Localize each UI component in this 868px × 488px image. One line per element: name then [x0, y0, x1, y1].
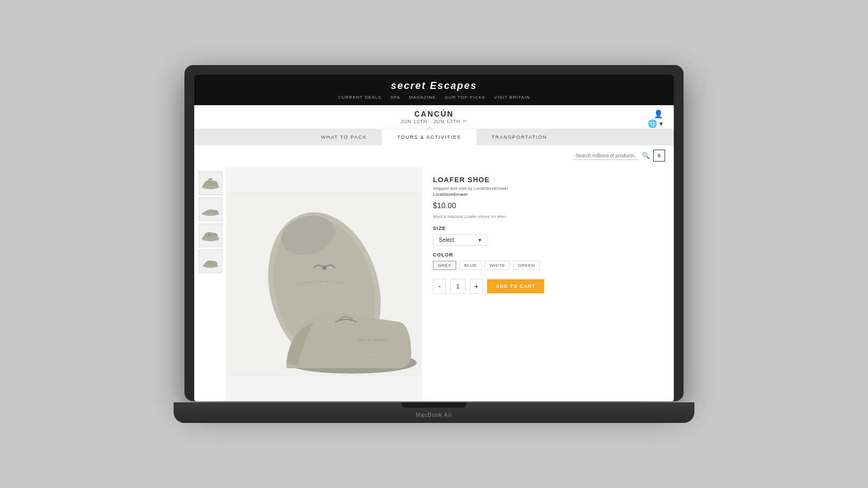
color-btn-grey[interactable]: GREY	[433, 261, 456, 270]
destination-dates: JUN 10TH - JUN 13TH ✏	[400, 118, 468, 124]
laptop-notch	[401, 402, 467, 408]
thumbnail-3[interactable]	[199, 223, 222, 247]
tab-what-to-pack[interactable]: WHAT TO PACK	[305, 129, 382, 145]
size-select-value: Select	[439, 237, 454, 243]
size-label: SIZE	[433, 226, 563, 231]
color-btn-white[interactable]: WHITE	[485, 261, 510, 270]
size-chevron-icon: ▾	[478, 237, 481, 243]
product-title: LOAFER SHOE	[433, 176, 563, 184]
nav-link-spa[interactable]: SPA	[390, 95, 400, 100]
product-seller-link[interactable]: LocalStoreEmadri	[433, 192, 563, 197]
top-navigation: secret Escapes CURRENT DEALS SPA MAGAZIN…	[194, 75, 674, 105]
product-details: LOAFER SHOE Shipped and sold by LocalSto…	[422, 167, 574, 401]
user-icons: 👤 🌐 ▾	[648, 110, 663, 128]
svg-text:Mast & Harbour: Mast & Harbour	[357, 337, 387, 342]
thumbnail-2[interactable]	[199, 197, 222, 221]
product-layout: Mast & Harbour LOAFER SHOE Shipped and s…	[194, 167, 674, 401]
thumb-shoe-svg-1	[201, 176, 220, 191]
thumbnail-1[interactable]	[199, 171, 222, 195]
site-logo[interactable]: secret Escapes	[391, 80, 477, 92]
nav-link-top-picks[interactable]: OUR TOP PICKS	[445, 95, 486, 100]
thumb-shoe-svg-2	[201, 202, 220, 217]
product-seller-prefix: Shipped and sold by LocalStoreEmadri	[433, 186, 563, 191]
tab-transportation[interactable]: TRANSPORTATION	[476, 129, 563, 145]
currency-selector-icon[interactable]: 🌐 ▾	[648, 119, 663, 128]
thumbnail-4[interactable]	[199, 249, 222, 273]
thumb-shoe-svg-4	[201, 254, 220, 269]
tab-navigation: WHAT TO PACK TOURS & ACTIVITIES TRANSPOR…	[194, 129, 674, 145]
search-input[interactable]	[573, 152, 639, 160]
color-label: COLOR	[433, 252, 563, 258]
quantity-decrease-button[interactable]: -	[433, 279, 446, 294]
thumb-shoe-svg-3	[201, 228, 220, 243]
quantity-increase-button[interactable]: +	[470, 279, 483, 294]
thumbnail-strip	[194, 167, 227, 401]
main-product-svg: Mast & Harbour	[227, 192, 422, 376]
color-options: GREY BLUE WHITE GREEN	[433, 261, 563, 270]
nav-links: CURRENT DEALS SPA MAGAZINE OUR TOP PICKS…	[338, 95, 530, 100]
nav-link-current-deals[interactable]: CURRENT DEALS	[338, 95, 381, 100]
color-btn-green[interactable]: GREEN	[513, 261, 540, 270]
tab-tours-activities[interactable]: TOURS & ACTIVITIES	[382, 129, 476, 145]
svg-point-9	[322, 266, 327, 270]
laptop-base: MacBook Air	[174, 402, 694, 423]
content-area: 🔍 0	[194, 145, 674, 401]
size-select[interactable]: Select ▾	[433, 234, 487, 246]
add-to-cart-button[interactable]: ADD TO CART	[487, 279, 544, 293]
destination-name: CANCÚN	[400, 110, 468, 118]
svg-point-3	[208, 234, 210, 236]
destination-info: CANCÚN JUN 10TH - JUN 13TH ✏	[400, 110, 468, 124]
user-account-icon[interactable]: 👤	[654, 110, 663, 118]
search-bar-area: 🔍 0	[573, 150, 665, 162]
nav-link-magazine[interactable]: MAGAZINE	[409, 95, 436, 100]
cart-badge[interactable]: 0	[653, 150, 665, 162]
product-description: Mast & Harbour Loafer shoes for Men	[433, 214, 563, 219]
quantity-row: - 1 + ADD TO CART	[433, 279, 563, 294]
main-product-image-area: Mast & Harbour	[227, 167, 422, 401]
laptop-label: MacBook Air	[416, 412, 452, 418]
logo-italic: Escapes	[430, 80, 477, 91]
nav-link-visit-britain[interactable]: VISIT BRITAIN	[494, 95, 530, 100]
search-icon[interactable]: 🔍	[642, 152, 650, 159]
destination-bar: CANCÚN JUN 10TH - JUN 13TH ✏ 👤 🌐 ▾	[194, 105, 674, 129]
edit-dates-icon[interactable]: ✏	[463, 118, 468, 124]
product-price: $10.00	[433, 201, 563, 210]
color-btn-blue[interactable]: BLUE	[459, 261, 482, 270]
quantity-value: 1	[450, 279, 465, 294]
logo-text: secret	[391, 80, 430, 91]
